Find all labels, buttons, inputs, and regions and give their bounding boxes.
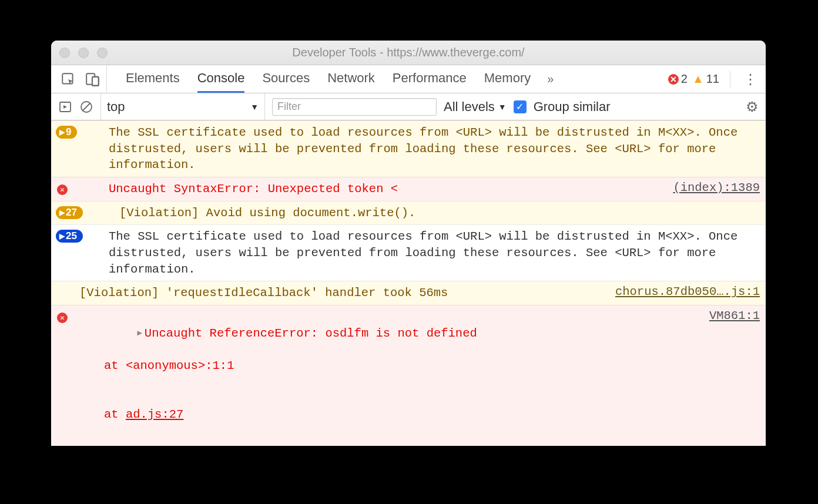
window-title: Developer Tools - https://www.theverge.c… <box>51 46 766 59</box>
panel-tabs: Elements Console Sources Network Perform… <box>126 65 531 93</box>
titlebar: Developer Tools - https://www.theverge.c… <box>51 41 766 65</box>
error-icon: ✕ <box>57 313 68 323</box>
console-log[interactable]: ▶9 The SSL certificate used to load reso… <box>51 120 766 446</box>
error-count-badge[interactable]: ✕ 2 <box>668 72 688 86</box>
device-toolbar-icon[interactable] <box>85 72 100 87</box>
source-link[interactable]: ad.js:27 <box>126 408 183 421</box>
tab-memory[interactable]: Memory <box>484 65 531 93</box>
message-text: The SSL certificate used to load resourc… <box>109 125 760 173</box>
message-text: The SSL certificate used to load resourc… <box>109 229 760 277</box>
console-settings-icon[interactable]: ⚙ <box>746 99 759 115</box>
chevron-down-icon: ▼ <box>498 102 507 112</box>
source-link[interactable]: (index):1389 <box>661 181 760 197</box>
more-tabs-button[interactable]: » <box>547 72 554 86</box>
group-similar-checkbox[interactable]: ✓ <box>514 100 527 113</box>
execution-context-icon[interactable] <box>58 100 72 114</box>
group-similar-label: Group similar <box>534 99 611 115</box>
minimize-button[interactable] <box>78 48 89 58</box>
devtools-window: Developer Tools - https://www.theverge.c… <box>51 41 766 446</box>
context-selector-label: top <box>107 99 125 115</box>
group-count-badge[interactable]: ▶25 <box>56 230 83 243</box>
console-message[interactable]: ▶27 [Violation] Avoid using document.wri… <box>51 201 766 225</box>
svg-rect-2 <box>92 76 99 85</box>
log-levels-label: All levels <box>444 99 495 115</box>
tab-network[interactable]: Network <box>327 65 375 93</box>
group-count-badge[interactable]: ▶27 <box>56 206 83 219</box>
group-count-badge[interactable]: ▶9 <box>56 126 77 139</box>
warning-icon: ▲ <box>692 72 704 86</box>
context-selector[interactable]: top ▼ <box>100 93 265 120</box>
tab-console[interactable]: Console <box>197 65 245 93</box>
tab-performance[interactable]: Performance <box>393 65 467 93</box>
zoom-button[interactable] <box>97 48 108 58</box>
message-text: [Violation] Avoid using document.write()… <box>109 205 760 221</box>
log-levels-selector[interactable]: All levels ▼ <box>444 99 507 115</box>
inspect-element-icon[interactable] <box>61 72 76 87</box>
filter-input[interactable] <box>272 98 437 116</box>
message-text: ▶Uncaught ReferenceError: osdlfm is not … <box>79 309 698 446</box>
error-icon: ✕ <box>57 184 68 195</box>
svg-line-6 <box>83 103 90 110</box>
tab-elements[interactable]: Elements <box>126 65 180 93</box>
message-text: Uncaught SyntaxError: Unexpected token < <box>109 181 661 197</box>
tab-sources[interactable]: Sources <box>262 65 310 93</box>
panel-tabbar: Elements Console Sources Network Perform… <box>51 65 766 93</box>
source-link[interactable]: VM861:1 <box>698 309 760 446</box>
devtools-menu-button[interactable]: ⋮ <box>743 71 759 88</box>
console-message[interactable]: ▶25 The SSL certificate used to load res… <box>51 224 766 281</box>
close-button[interactable] <box>59 48 70 58</box>
console-toolbar: top ▼ All levels ▼ ✓ Group similar ⚙ <box>51 93 766 120</box>
source-link[interactable]: chorus.87db050….js:1 <box>604 285 760 301</box>
clear-console-icon[interactable] <box>79 100 93 114</box>
warning-count-badge[interactable]: ▲ 11 <box>692 72 719 86</box>
traffic-lights <box>51 48 108 58</box>
separator <box>730 71 730 88</box>
stack-frame: at <anonymous>:1:1 <box>79 358 698 374</box>
stack-frame: at ad.js:27 <box>79 406 698 423</box>
svg-rect-0 <box>62 73 72 83</box>
console-message[interactable]: ✕ ▶Uncaught ReferenceError: osdlfm is no… <box>51 305 766 446</box>
chevron-down-icon: ▼ <box>250 102 259 112</box>
console-message[interactable]: ▶9 The SSL certificate used to load reso… <box>51 120 766 177</box>
warning-count: 11 <box>706 72 719 86</box>
message-text: [Violation] 'requestIdleCallback' handle… <box>79 285 604 301</box>
console-message[interactable]: [Violation] 'requestIdleCallback' handle… <box>51 281 766 305</box>
console-message[interactable]: ✕ Uncaught SyntaxError: Unexpected token… <box>51 177 766 201</box>
error-icon: ✕ <box>668 74 679 85</box>
error-count: 2 <box>681 72 688 86</box>
expand-toggle-icon[interactable]: ▶ <box>137 328 142 338</box>
